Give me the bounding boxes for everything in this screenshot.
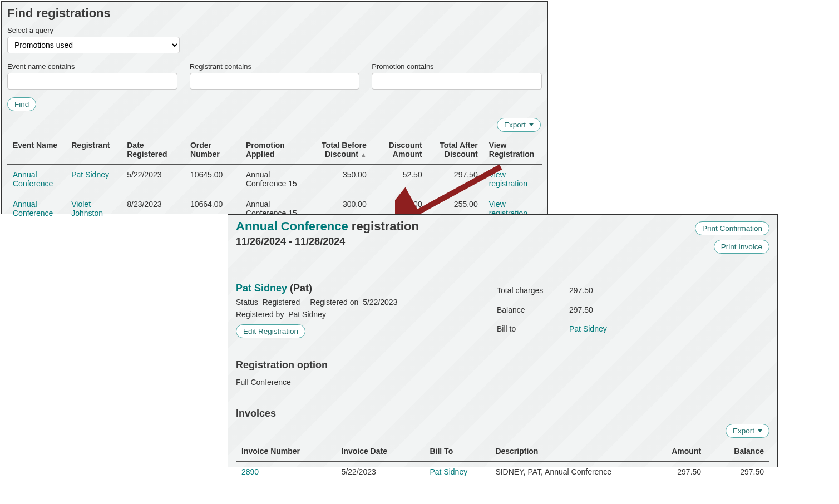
registrant-name: Pat Sidney (Pat) [236, 283, 497, 294]
cell-invoice-date: 5/22/2023 [335, 462, 424, 482]
col-view[interactable]: View Registration [483, 135, 542, 165]
view-registration-link[interactable]: View registration [489, 170, 527, 188]
cell-tbd: 350.00 [310, 165, 372, 194]
print-confirmation-button[interactable]: Print Confirmation [695, 221, 769, 235]
event-filter-label: Event name contains [7, 62, 177, 71]
detail-header: Annual Conference registration 11/26/202… [236, 219, 769, 254]
meta-line: Status Registered Registered on 5/22/202… [236, 298, 497, 319]
registered-by-link[interactable]: Pat Sidney [288, 310, 326, 319]
invoices-export-label: Export [733, 427, 754, 435]
event-link[interactable]: Annual Conference [13, 170, 53, 188]
balance-value: 297.50 [569, 305, 636, 319]
invoice-row: 2890 5/22/2023 Pat Sidney SIDNEY, PAT, A… [236, 462, 769, 482]
registrant-filter-label: Registrant contains [190, 62, 360, 71]
filter-event: Event name contains [7, 62, 177, 90]
cell-tad: 297.50 [428, 165, 483, 194]
cell-promo: Annual Conference 15 [240, 165, 310, 194]
col-event[interactable]: Event Name [7, 135, 66, 165]
title-suffix: registration [348, 219, 419, 233]
registrant-name-suffix: (Pat) [287, 283, 312, 294]
registrations-table: Event Name Registrant Date Registered Or… [7, 135, 542, 223]
invoice-number-link[interactable]: 2890 [241, 467, 259, 476]
col-total-after[interactable]: Total After Discount [428, 135, 483, 165]
cell-date: 8/23/2023 [121, 194, 185, 224]
event-title-link[interactable]: Annual Conference [236, 219, 348, 233]
registered-on-value: 5/22/2023 [363, 298, 397, 307]
query-label: Select a query [7, 26, 542, 34]
invoices-export-button[interactable]: Export [726, 424, 769, 438]
status-label: Status [236, 298, 258, 307]
promotion-filter-label: Promotion contains [372, 62, 542, 71]
invoice-billto-link[interactable]: Pat Sidney [430, 467, 467, 476]
col-discount[interactable]: Discount Amount [372, 135, 428, 165]
cell-date: 5/22/2023 [121, 165, 185, 194]
info-row: Pat Sidney (Pat) Status Registered Regis… [236, 283, 769, 338]
registrant-link[interactable]: Pat Sidney [71, 170, 109, 179]
query-select[interactable]: Promotions used [7, 37, 180, 53]
col-bill-to[interactable]: Bill To [424, 441, 490, 462]
invoices-table: Invoice Number Invoice Date Bill To Desc… [236, 441, 769, 482]
bill-to-link[interactable]: Pat Sidney [569, 324, 636, 338]
header-actions: Print Confirmation Print Invoice [695, 221, 769, 254]
balance-label: Balance [497, 305, 569, 319]
filter-row: Event name contains Registrant contains … [7, 62, 542, 90]
cell-description: SIDNEY, PAT, Annual Conference [490, 462, 644, 482]
col-total-before[interactable]: Total Before Discount▲ [310, 135, 372, 165]
registrant-filter-input[interactable] [190, 73, 360, 90]
registrant-info: Pat Sidney (Pat) Status Registered Regis… [236, 283, 497, 338]
cell-disc: 52.50 [372, 165, 428, 194]
col-total-before-label: Total Before Discount [322, 141, 367, 159]
event-dates: 11/26/2024 - 11/28/2024 [236, 236, 419, 248]
find-button[interactable]: Find [7, 97, 36, 111]
registration-detail-panel: Annual Conference registration 11/26/202… [228, 214, 778, 467]
bill-to-label: Bill to [497, 324, 569, 338]
registrant-link[interactable]: Violet Johnston [71, 200, 103, 218]
summary-block: Total charges 297.50 Balance 297.50 Bill… [497, 286, 636, 338]
detail-title: Annual Conference registration [236, 219, 419, 234]
cell-order: 10645.00 [185, 165, 240, 194]
registration-option-value: Full Conference [236, 378, 769, 387]
col-invoice-date[interactable]: Invoice Date [335, 441, 424, 462]
promotion-filter-input[interactable] [372, 73, 542, 90]
export-label: Export [504, 121, 526, 129]
caret-down-icon [529, 123, 534, 126]
find-registrations-panel: Find registrations Select a query Promot… [1, 1, 548, 214]
edit-registration-button[interactable]: Edit Registration [236, 324, 305, 338]
status-value: Registered [262, 298, 300, 307]
total-charges-value: 297.50 [569, 286, 636, 300]
col-promo[interactable]: Promotion Applied [240, 135, 310, 165]
filter-registrant: Registrant contains [190, 62, 360, 90]
registrant-name-link[interactable]: Pat Sidney [236, 283, 287, 294]
filter-promotion: Promotion contains [372, 62, 542, 90]
sort-asc-icon: ▲ [361, 151, 367, 158]
event-link[interactable]: Annual Conference [13, 200, 53, 218]
page-title: Find registrations [7, 6, 542, 21]
cell-balance: 297.50 [707, 462, 769, 482]
col-balance[interactable]: Balance [707, 441, 769, 462]
registered-on-label: Registered on [310, 298, 358, 307]
table-row: Annual Conference Pat Sidney 5/22/2023 1… [7, 165, 542, 194]
col-order[interactable]: Order Number [185, 135, 240, 165]
cell-amount: 297.50 [644, 462, 707, 482]
print-invoice-button[interactable]: Print Invoice [714, 240, 769, 254]
invoices-title: Invoices [236, 408, 769, 419]
col-amount[interactable]: Amount [644, 441, 707, 462]
col-registrant[interactable]: Registrant [66, 135, 121, 165]
registered-by-label: Registered by [236, 310, 284, 319]
event-filter-input[interactable] [7, 73, 177, 90]
col-description[interactable]: Description [490, 441, 644, 462]
col-date[interactable]: Date Registered [121, 135, 185, 165]
total-charges-label: Total charges [497, 286, 569, 300]
col-invoice-number[interactable]: Invoice Number [236, 441, 335, 462]
export-button[interactable]: Export [497, 118, 541, 132]
caret-down-icon [758, 429, 762, 432]
registration-option-title: Registration option [236, 359, 769, 371]
